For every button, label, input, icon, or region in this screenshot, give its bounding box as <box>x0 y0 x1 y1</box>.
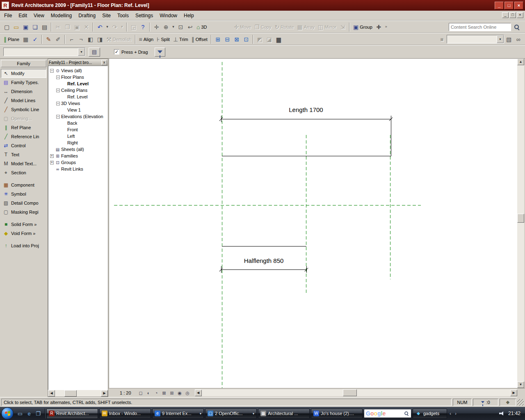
design-bar-item-ref-plane[interactable]: ∥Ref Plane <box>1 123 46 132</box>
save-button[interactable]: ▣ <box>21 22 30 32</box>
collapse-icon[interactable]: − <box>56 89 60 92</box>
work-plane-button[interactable]: ∥Plane <box>2 34 21 44</box>
maximize-button[interactable]: □ <box>504 2 514 9</box>
design-options-button[interactable]: ▆ <box>274 34 283 44</box>
collapse-icon[interactable]: − <box>56 75 60 79</box>
design-bar-item-control[interactable]: ⇄Control <box>1 141 46 150</box>
show-rendering-icon[interactable]: ◔ <box>153 389 160 396</box>
zoom-dropdown[interactable]: ▾ <box>171 22 176 32</box>
design-bar-item-reference-lin[interactable]: ╱Reference Lin <box>1 132 46 141</box>
mdi-close-button[interactable]: × <box>517 12 523 18</box>
tree-item-groups[interactable]: +⊡Groups <box>50 159 107 166</box>
minimize-button[interactable]: _ <box>495 2 504 9</box>
scroll-left-icon[interactable]: ◀ <box>48 390 55 397</box>
mdi-restore-button[interactable]: □ <box>509 12 516 18</box>
scroll-right-icon[interactable]: ▶ <box>510 390 517 396</box>
spelling-button[interactable]: ✓ <box>30 34 40 44</box>
collapse-icon[interactable]: − <box>50 69 54 73</box>
vertical-scrollbar-thumb[interactable] <box>517 214 524 223</box>
dropdown-arrow-icon[interactable]: ▼ <box>497 35 504 43</box>
scroll-down-icon[interactable]: ▼ <box>517 381 524 388</box>
shadows-icon[interactable]: ◐ <box>145 389 153 396</box>
start-button[interactable] <box>1 407 14 420</box>
work-grid-button[interactable]: ▦ <box>21 34 30 44</box>
gadgets-button[interactable]: ◆ gadgets <box>413 409 447 419</box>
design-bar-item-opening[interactable]: ▢Opening... <box>1 114 46 123</box>
design-bar-item-symbolic-line[interactable]: ╱Symbolic Line <box>1 105 46 114</box>
ref-plane-vertical-right[interactable] <box>390 135 390 279</box>
taskbar-button-architectural[interactable]: ▦Architectural ... <box>258 409 310 419</box>
undo-dropdown[interactable]: ▾ <box>105 22 110 32</box>
zoom-button[interactable]: ⊕ <box>161 22 171 32</box>
design-bar-item-detail-compo[interactable]: ▨Detail Compo <box>1 199 46 208</box>
design-bar-item-modify[interactable]: ↖Modify <box>1 69 46 78</box>
collapse-icon[interactable]: − <box>56 115 60 119</box>
design-bar-item-dimension[interactable]: ↔Dimension <box>1 87 46 96</box>
tree-item-ceiling-plans[interactable]: −Ceiling Plans <box>50 87 107 94</box>
ref-plane-vertical-left[interactable] <box>222 62 222 388</box>
detach-walls-button[interactable]: ◨ <box>95 34 105 44</box>
tree-item-elevations-elevation[interactable]: −Elevations (Elevation <box>50 113 107 120</box>
taskbar-button-9-internet-ex[interactable]: e9 Internet Ex...▾ <box>152 409 204 419</box>
design-bar-item-section[interactable]: ⌖Section <box>1 168 46 177</box>
tree-item-ref-level[interactable]: Ref. Level <box>50 94 107 100</box>
tree-item-sheets-all[interactable]: ▤Sheets (all) <box>50 146 107 153</box>
tree-item-left[interactable]: Left <box>50 133 107 139</box>
deskband-chevron-right-icon[interactable]: › <box>454 411 458 416</box>
dynamic-view-button[interactable]: ✛ <box>152 22 161 32</box>
menu-settings[interactable]: Settings <box>132 11 156 20</box>
split-face-button[interactable]: ⊡ <box>242 34 251 44</box>
taskbar-button-inbox-windo[interactable]: ✉Inbox - Windo... <box>99 409 151 419</box>
open-button[interactable]: ▭ <box>11 22 21 32</box>
menu-site[interactable]: Site <box>99 11 114 20</box>
google-search-deskband[interactable]: Google <box>364 409 411 418</box>
tree-item-front[interactable]: Front <box>50 126 107 133</box>
taskbar-button-2-openoffic[interactable]: ▢2 OpenOffic...▾ <box>205 409 257 419</box>
menu-help[interactable]: Help <box>180 11 197 20</box>
tree-item-revit-links[interactable]: ∞Revit Links <box>50 166 107 172</box>
taskbar-button-revit-architect[interactable]: RRevit Architect... <box>46 409 98 419</box>
temporary-hide-isolate-icon[interactable]: ◉ <box>176 389 184 396</box>
tree-item-families[interactable]: +⊞Families <box>50 153 107 159</box>
linework-button[interactable]: ⊞ <box>213 34 223 44</box>
crop-view-icon[interactable]: ⊠ <box>160 389 168 396</box>
canvas-vertical-scrollbar[interactable]: ▲ ▼ <box>517 59 524 388</box>
design-bar-item-model-text[interactable]: MModel Text... <box>1 159 46 168</box>
menu-view[interactable]: View <box>30 11 48 20</box>
design-bar-item-solid-form[interactable]: ■Solid Form » <box>1 220 46 229</box>
dimension-label-halflength[interactable]: Halflength 850 <box>219 257 309 264</box>
project-browser-close-icon[interactable]: x <box>101 60 107 65</box>
toolbar-overflow-button[interactable]: » <box>383 22 389 32</box>
view-scale-label[interactable]: 1 : 20 <box>120 390 131 395</box>
selection-count-panel[interactable]: :0 <box>473 399 498 406</box>
ref-plane-horizontal[interactable] <box>114 205 421 205</box>
type-selector[interactable]: ▼ <box>3 48 85 56</box>
volume-icon[interactable] <box>499 411 505 416</box>
match-paint-button[interactable]: ✐ <box>53 34 63 44</box>
attach-walls-button[interactable]: ◧ <box>86 34 95 44</box>
model-graphics-style-icon[interactable]: ◻ <box>137 389 145 396</box>
tree-item-3d-views[interactable]: −3D Views <box>50 100 107 107</box>
drawing-canvas[interactable]: Length 1700 Halflength 850 <box>109 59 517 388</box>
join-geometry-button[interactable]: ⊠ <box>232 34 242 44</box>
group-button[interactable]: ▣Group <box>352 22 374 32</box>
content-search-input[interactable] <box>449 23 511 31</box>
menu-window[interactable]: Window <box>156 11 180 20</box>
menu-edit[interactable]: Edit <box>15 11 30 20</box>
zoom-region-button[interactable]: ⊡ <box>176 22 185 32</box>
tape-measure-button[interactable]: ✎ <box>44 34 53 44</box>
horizontal-scrollbar-thumb[interactable] <box>343 389 357 396</box>
deskband-chevron-left-icon[interactable]: ‹ <box>448 411 452 416</box>
design-bar-item-family-types[interactable]: ▤Family Types. <box>1 78 46 87</box>
element-properties-button[interactable]: ▤ <box>89 48 100 57</box>
trim-button[interactable]: ⊥Trim <box>171 34 190 44</box>
mdi-minimize-button[interactable]: _ <box>502 12 509 18</box>
press-drag-checkbox[interactable]: ✓ <box>114 49 119 55</box>
zoom-previous-button[interactable]: ↩ <box>185 22 195 32</box>
tree-item-ref-level[interactable]: Ref. Level <box>50 80 107 87</box>
manage-links-button[interactable]: ∞ <box>514 34 523 44</box>
show-crop-region-icon[interactable]: ⊞ <box>168 389 176 396</box>
design-bar-item-component[interactable]: ▦Component <box>1 180 46 189</box>
scroll-right-icon[interactable]: ▶ <box>101 390 108 397</box>
menu-tools[interactable]: Tools <box>114 11 132 20</box>
